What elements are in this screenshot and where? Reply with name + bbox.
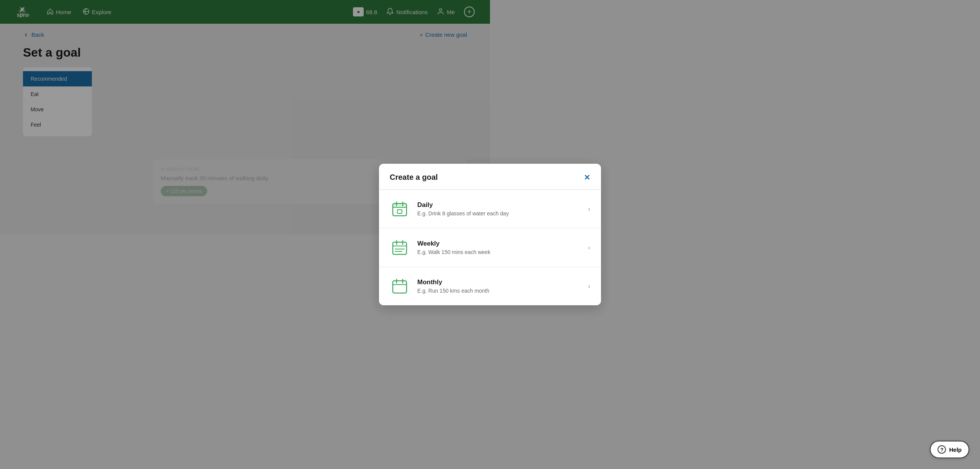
daily-goal-name: Daily: [417, 201, 490, 209]
daily-goal-text: Daily E.g. Drink 8 glasses of water each…: [417, 201, 490, 217]
daily-goal-desc: E.g. Drink 8 glasses of water each day: [417, 210, 490, 217]
svg-rect-5: [393, 204, 407, 207]
modal-body: Daily E.g. Drink 8 glasses of water each…: [379, 190, 490, 234]
create-goal-modal: Create a goal ✕ Daily: [379, 164, 490, 234]
modal-overlay[interactable]: Create a goal ✕ Daily: [0, 0, 490, 234]
daily-calendar-icon: [390, 199, 410, 219]
goal-option-daily[interactable]: Daily E.g. Drink 8 glasses of water each…: [379, 190, 490, 228]
svg-rect-9: [397, 210, 402, 213]
modal-title: Create a goal: [390, 173, 438, 182]
modal-header: Create a goal ✕: [379, 164, 490, 190]
goal-option-weekly[interactable]: Weekly E.g. Walk 150 mins each week ›: [379, 228, 490, 234]
